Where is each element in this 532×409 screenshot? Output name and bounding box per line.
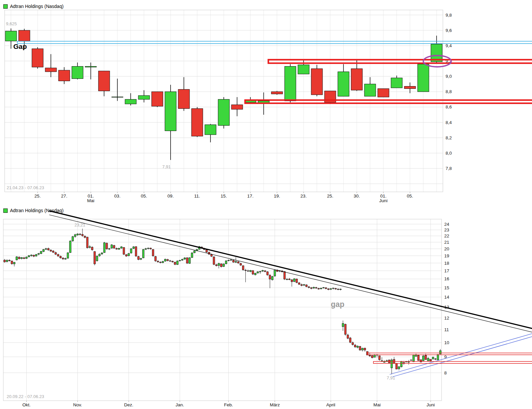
svg-text:April: April xyxy=(326,402,335,407)
svg-text:20: 20 xyxy=(444,246,449,251)
top-low-price-label: 7,91 xyxy=(162,164,171,169)
svg-text:Nov.: Nov. xyxy=(73,402,82,407)
bottom-date-range: 20.09.22 - 07.06.23 xyxy=(7,394,44,399)
svg-text:25.: 25. xyxy=(327,194,333,199)
top-date-range: 21.04.23 - 07.06.23 xyxy=(7,185,44,190)
svg-text:Jan.: Jan. xyxy=(176,402,184,407)
svg-text:8,8: 8,8 xyxy=(446,89,452,94)
svg-text:11: 11 xyxy=(444,327,449,332)
top-high-price-label: 9,625 xyxy=(6,21,17,26)
svg-text:15: 15 xyxy=(444,285,449,290)
svg-text:25.: 25. xyxy=(35,194,41,199)
svg-text:9,4: 9,4 xyxy=(446,43,452,48)
svg-text:8,4: 8,4 xyxy=(446,120,452,125)
svg-text:11.: 11. xyxy=(194,194,200,199)
svg-text:9,0: 9,0 xyxy=(446,74,452,79)
svg-text:Mai: Mai xyxy=(373,402,381,407)
svg-text:30.: 30. xyxy=(354,194,360,199)
bottom-gap-annotation: gap xyxy=(331,300,344,309)
svg-text:05.: 05. xyxy=(141,194,147,199)
top-chart-legend: Adtran Holdings (Nasdaq) xyxy=(3,4,64,9)
svg-text:23.: 23. xyxy=(301,194,307,199)
svg-text:23: 23 xyxy=(444,227,449,232)
svg-text:01.: 01. xyxy=(88,194,94,199)
svg-text:12: 12 xyxy=(444,316,449,321)
svg-text:16: 16 xyxy=(444,276,449,281)
svg-text:19.: 19. xyxy=(274,194,280,199)
candlestick-canvas[interactable]: 9,89,69,49,29,08,88,68,48,28,07,825.27.0… xyxy=(0,0,532,409)
svg-text:17.: 17. xyxy=(247,194,254,199)
svg-text:22: 22 xyxy=(444,233,449,238)
bottom-high-price-label: 23,21 xyxy=(74,222,85,227)
svg-text:17: 17 xyxy=(444,268,449,273)
svg-text:Juni: Juni xyxy=(379,198,388,203)
svg-text:Dez.: Dez. xyxy=(124,402,133,407)
svg-text:09.: 09. xyxy=(168,194,174,199)
svg-text:03.: 03. xyxy=(114,194,121,199)
svg-text:März: März xyxy=(270,402,280,407)
svg-text:9,8: 9,8 xyxy=(446,13,452,18)
bottom-chart-title: Adtran Holdings (Nasdaq) xyxy=(10,208,64,213)
svg-text:9,6: 9,6 xyxy=(446,28,452,33)
svg-text:18: 18 xyxy=(444,261,449,266)
svg-text:8,6: 8,6 xyxy=(446,104,452,109)
bottom-chart-legend: Adtran Holdings (Nasdaq) xyxy=(3,208,64,213)
svg-text:01.: 01. xyxy=(380,194,387,199)
svg-text:27.: 27. xyxy=(61,194,67,199)
top-chart-title: Adtran Holdings (Nasdaq) xyxy=(10,4,64,9)
svg-text:Juni: Juni xyxy=(427,402,435,407)
svg-text:8,0: 8,0 xyxy=(446,151,452,156)
legend-swatch-icon xyxy=(3,208,8,213)
svg-text:10: 10 xyxy=(444,340,449,345)
svg-text:21: 21 xyxy=(444,240,449,245)
svg-text:15.: 15. xyxy=(221,194,227,199)
svg-text:Mai: Mai xyxy=(87,198,94,203)
top-gap-annotation: Gap xyxy=(13,43,27,51)
svg-text:7,8: 7,8 xyxy=(446,166,452,171)
svg-text:Okt.: Okt. xyxy=(22,402,31,407)
svg-text:Feb.: Feb. xyxy=(224,402,233,407)
svg-text:8: 8 xyxy=(444,370,447,375)
svg-text:8,2: 8,2 xyxy=(446,135,452,140)
svg-text:24: 24 xyxy=(444,222,450,227)
bottom-low-price-label: 7,91 xyxy=(387,375,395,380)
svg-text:14: 14 xyxy=(444,295,450,300)
legend-swatch-icon xyxy=(3,4,8,9)
chart-page: 9,89,69,49,29,08,88,68,48,28,07,825.27.0… xyxy=(0,0,532,409)
svg-text:05.: 05. xyxy=(407,194,413,199)
svg-text:19: 19 xyxy=(444,253,449,258)
